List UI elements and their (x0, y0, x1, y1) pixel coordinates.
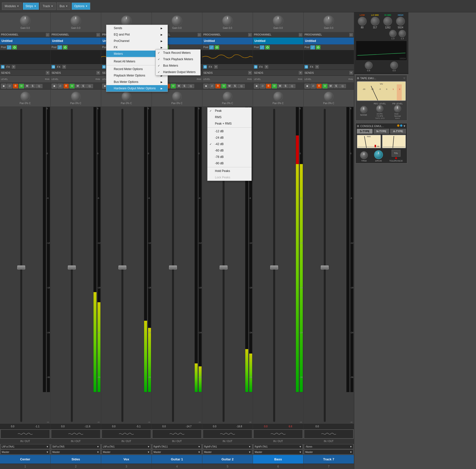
pan-knob-1[interactable] (20, 92, 30, 101)
pan-knob-5[interactable] (223, 92, 232, 101)
menu-prochannel[interactable]: ProChannel ▶ (106, 38, 168, 44)
eq-extra-knob-1[interactable] (389, 30, 397, 37)
io-in-selector-1[interactable]: LftFcsTAA1 ▼ (0, 444, 50, 449)
channel-bottom-name-5[interactable]: Guitar 2 (202, 455, 253, 464)
fader-rail-6[interactable] (273, 109, 275, 422)
tape-rec-knob[interactable] (376, 105, 383, 112)
fx-power-btn-1[interactable]: ⏻ (1, 65, 4, 69)
fader-thumb-4[interactable] (169, 265, 177, 269)
tol-button[interactable]: TOL (392, 150, 400, 157)
track-menu-btn[interactable]: Track ▼ (40, 2, 56, 10)
fader-thumb-7[interactable] (321, 265, 329, 269)
ntype-btn[interactable]: N-TYPE (374, 129, 389, 134)
meters-bus[interactable]: ✓ Bus Meters (156, 62, 200, 69)
rec-btn-1[interactable]: R (13, 84, 18, 89)
gain-knob-2[interactable] (70, 15, 81, 26)
io-out-selector-6[interactable]: Master ▼ (253, 450, 303, 454)
meters-track-playback[interactable]: ✓ Track Playback Meters (156, 56, 200, 62)
menu-bus-meter-opts[interactable]: Bus Meter Options ▶ (106, 79, 168, 85)
mute-btn-7[interactable]: ∅ (310, 84, 316, 89)
console-expand-icon[interactable]: ▼ (403, 124, 406, 128)
io-out-selector-2[interactable]: Master ▼ (51, 450, 100, 454)
io-out-selector-1[interactable]: Master ▼ (0, 450, 50, 454)
hw-rms[interactable]: RMS (208, 114, 251, 120)
stype-btn[interactable]: S-TYPE (357, 129, 373, 134)
fx-add-btn-5[interactable]: + (214, 65, 218, 69)
rec-btn-5[interactable]: R (215, 84, 221, 89)
strips-menu-btn[interactable]: Strips ▼ (23, 2, 39, 10)
hw-minus90[interactable]: -90 dB (208, 160, 251, 167)
mute-btn2-2[interactable]: M (75, 84, 80, 88)
menu-hw-output-opts[interactable]: Hardware Output Meter Options ▶ (106, 85, 168, 92)
fx-power-btn-3[interactable]: ⏻ (102, 65, 106, 69)
track-name-2[interactable]: Untitled (51, 38, 101, 44)
eq-lomid-knob[interactable] (371, 17, 380, 26)
rec-btn-6[interactable]: R (266, 84, 271, 89)
sends-add-btn-7[interactable]: + (349, 71, 353, 75)
pan-knob-4[interactable] (172, 92, 182, 101)
sends-add-btn-1[interactable]: + (46, 71, 49, 75)
write-btn-2[interactable]: W (69, 84, 75, 89)
speaker-btn-2[interactable]: •)) (86, 84, 93, 88)
prochannel-expand-7[interactable]: ▷ (349, 33, 353, 37)
post-link-btn-2[interactable]: 🔗 (57, 45, 62, 49)
fader-thumb-5[interactable] (220, 265, 228, 269)
drive-knob[interactable] (374, 150, 383, 159)
hw-minus78[interactable]: -78 dB (208, 154, 251, 160)
channel-bottom-name-4[interactable]: Guitar 1 (152, 455, 202, 464)
channel-bottom-name-7[interactable]: Track 7 (304, 455, 354, 464)
prochannel-expand-1[interactable]: ▷ (46, 33, 49, 37)
fx-add-btn-2[interactable]: + (62, 65, 66, 69)
sends-add-btn-2[interactable]: + (96, 71, 100, 75)
fader-rail-2[interactable] (71, 109, 73, 422)
pan-knob-7[interactable] (324, 92, 334, 101)
io-out-selector-4[interactable]: Master ▼ (152, 450, 202, 454)
io-in-selector-3[interactable]: LftFcsTAI1 ▼ (102, 444, 151, 449)
fx-add-btn-1[interactable]: + (12, 65, 15, 69)
fader-thumb-1[interactable] (17, 265, 25, 269)
track-name-6[interactable]: Untitled (253, 38, 303, 44)
gain-knob-1[interactable] (20, 15, 31, 26)
prochannel-expand-4[interactable]: ▷ (198, 33, 201, 37)
mute-btn2-5[interactable]: M (227, 84, 232, 88)
modules-menu-btn[interactable]: Modules ▼ (2, 2, 22, 10)
solo-btn-1[interactable]: S (30, 84, 35, 88)
gain-knob-5[interactable] (222, 15, 233, 26)
options-menu-btn[interactable]: Options ▼ (72, 2, 90, 10)
mute-btn2-1[interactable]: M (25, 84, 30, 88)
rec-btn-2[interactable]: R (63, 84, 69, 89)
trim-knob[interactable] (360, 151, 368, 159)
post-power-btn-1[interactable]: ⏻ (12, 45, 17, 49)
channel-bottom-name-1[interactable]: Center (0, 455, 50, 464)
speaker-btn-5[interactable]: •)) (238, 84, 245, 88)
post-power-btn-7[interactable]: ⏻ (316, 45, 320, 49)
record-arm-btn-7[interactable]: ⏺ (305, 84, 310, 89)
io-out-selector-5[interactable]: Master ▼ (203, 450, 252, 454)
write-btn-7[interactable]: W (322, 84, 328, 89)
write-btn-1[interactable]: W (19, 84, 24, 89)
sends-add-btn-6[interactable]: + (299, 71, 302, 75)
solo-btn-4[interactable]: S (182, 84, 187, 88)
menu-sends[interactable]: Sends ▶ (106, 25, 168, 31)
tape-pb-knob[interactable] (394, 105, 401, 112)
speaker-btn-1[interactable]: •)) (36, 84, 42, 88)
track-name-5[interactable]: Untitled (202, 38, 253, 44)
post-power-btn-2[interactable]: ⏻ (63, 45, 67, 49)
eq-low-knob[interactable] (358, 17, 367, 26)
pan-knob-3[interactable] (121, 92, 131, 101)
gain-knob-6[interactable] (273, 15, 284, 26)
fx-add-btn-6[interactable]: + (265, 65, 268, 69)
io-in-selector-7[interactable]: -None- ▼ (304, 444, 353, 449)
mute-btn-2[interactable]: ∅ (57, 84, 63, 89)
sends-add-btn-5[interactable]: + (248, 71, 252, 75)
fx-power-btn-7[interactable]: ⏻ (305, 65, 308, 69)
channel-bottom-name-3[interactable]: Vox (101, 455, 152, 464)
fader-rail-1[interactable] (20, 109, 22, 422)
post-power-btn-6[interactable]: ⏻ (265, 45, 270, 49)
io-in-selector-4[interactable]: RghtFcTAI11 ▼ (152, 444, 202, 449)
post-link-btn-7[interactable]: 🔗 (310, 45, 315, 49)
hw-peak-rms[interactable]: Peak + RMS (208, 120, 251, 127)
mute-btn2-4[interactable]: M (176, 84, 181, 88)
eq-himid-knob[interactable] (383, 17, 392, 26)
speaker-btn-6[interactable]: •)) (288, 84, 295, 88)
